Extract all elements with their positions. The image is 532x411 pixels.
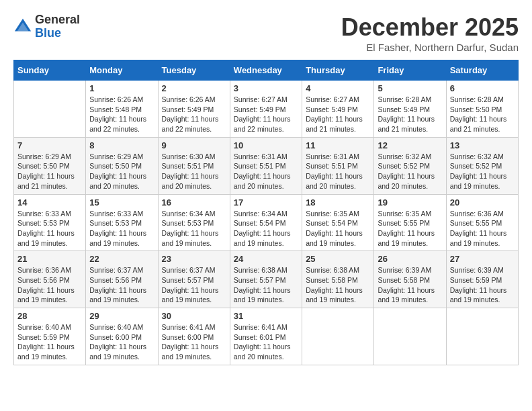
calendar-cell: 28 Sunrise: 6:40 AMSunset: 5:59 PMDaylig… <box>14 308 86 365</box>
calendar-table: SundayMondayTuesdayWednesdayThursdayFrid… <box>13 60 519 365</box>
cell-info: Sunrise: 6:41 AMSunset: 6:00 PMDaylight:… <box>162 323 219 361</box>
cell-info: Sunrise: 6:41 AMSunset: 6:01 PMDaylight:… <box>234 323 291 361</box>
day-number: 17 <box>234 197 298 208</box>
calendar-cell: 22 Sunrise: 6:37 AMSunset: 5:56 PMDaylig… <box>86 251 158 308</box>
day-number: 4 <box>306 83 370 93</box>
calendar-cell: 9 Sunrise: 6:30 AMSunset: 5:51 PMDayligh… <box>158 137 230 194</box>
calendar-cell <box>14 81 86 138</box>
cell-info: Sunrise: 6:35 AMSunset: 5:55 PMDaylight:… <box>378 210 435 247</box>
calendar-week-row: 1 Sunrise: 6:26 AMSunset: 5:48 PMDayligh… <box>14 81 519 138</box>
calendar-cell: 23 Sunrise: 6:37 AMSunset: 5:57 PMDaylig… <box>158 251 230 308</box>
day-number: 1 <box>89 83 154 93</box>
day-header-saturday: Saturday <box>446 60 518 81</box>
cell-info: Sunrise: 6:36 AMSunset: 5:55 PMDaylight:… <box>450 210 507 247</box>
page-header: General Blue December 2025 El Fasher, No… <box>13 13 519 53</box>
calendar-week-row: 14 Sunrise: 6:33 AMSunset: 5:53 PMDaylig… <box>14 194 519 251</box>
calendar-cell <box>374 308 446 365</box>
day-number: 31 <box>234 311 298 321</box>
day-number: 12 <box>378 140 442 150</box>
calendar-header-row: SundayMondayTuesdayWednesdayThursdayFrid… <box>14 60 519 81</box>
cell-info: Sunrise: 6:31 AMSunset: 5:51 PMDaylight:… <box>234 152 291 190</box>
cell-info: Sunrise: 6:37 AMSunset: 5:57 PMDaylight:… <box>162 266 219 304</box>
calendar-cell: 27 Sunrise: 6:39 AMSunset: 5:59 PMDaylig… <box>446 251 518 308</box>
cell-info: Sunrise: 6:34 AMSunset: 5:53 PMDaylight:… <box>162 210 219 247</box>
day-number: 29 <box>89 311 154 321</box>
day-number: 22 <box>89 254 154 264</box>
calendar-cell: 11 Sunrise: 6:31 AMSunset: 5:51 PMDaylig… <box>302 137 374 194</box>
day-number: 20 <box>450 197 515 208</box>
cell-info: Sunrise: 6:36 AMSunset: 5:56 PMDaylight:… <box>17 266 75 304</box>
cell-info: Sunrise: 6:37 AMSunset: 5:56 PMDaylight:… <box>89 266 146 304</box>
day-header-monday: Monday <box>86 60 158 81</box>
day-number: 27 <box>450 254 515 264</box>
day-number: 15 <box>89 197 154 208</box>
logo-text: General Blue <box>35 13 80 40</box>
calendar-cell: 21 Sunrise: 6:36 AMSunset: 5:56 PMDaylig… <box>14 251 86 308</box>
calendar-cell: 17 Sunrise: 6:34 AMSunset: 5:54 PMDaylig… <box>230 194 302 251</box>
cell-info: Sunrise: 6:34 AMSunset: 5:54 PMDaylight:… <box>234 210 291 247</box>
cell-info: Sunrise: 6:32 AMSunset: 5:52 PMDaylight:… <box>378 152 435 190</box>
cell-info: Sunrise: 6:27 AMSunset: 5:49 PMDaylight:… <box>234 95 291 133</box>
day-number: 25 <box>306 254 370 264</box>
cell-info: Sunrise: 6:27 AMSunset: 5:49 PMDaylight:… <box>306 95 363 133</box>
day-number: 16 <box>162 197 226 208</box>
title-block: December 2025 El Fasher, Northern Darfur… <box>341 13 519 53</box>
location: El Fasher, Northern Darfur, Sudan <box>341 42 519 53</box>
calendar-cell: 29 Sunrise: 6:40 AMSunset: 6:00 PMDaylig… <box>86 308 158 365</box>
day-number: 11 <box>306 140 370 150</box>
calendar-cell <box>446 308 518 365</box>
logo-general: General <box>35 13 80 26</box>
day-number: 18 <box>306 197 370 208</box>
calendar-cell: 3 Sunrise: 6:27 AMSunset: 5:49 PMDayligh… <box>230 81 302 138</box>
day-number: 8 <box>89 140 154 150</box>
day-number: 14 <box>17 197 82 208</box>
day-header-thursday: Thursday <box>302 60 374 81</box>
calendar-cell: 1 Sunrise: 6:26 AMSunset: 5:48 PMDayligh… <box>86 81 158 138</box>
logo-blue: Blue <box>35 26 61 40</box>
cell-info: Sunrise: 6:28 AMSunset: 5:50 PMDaylight:… <box>450 95 507 133</box>
month-title: December 2025 <box>341 13 519 42</box>
calendar-week-row: 7 Sunrise: 6:29 AMSunset: 5:50 PMDayligh… <box>14 137 519 194</box>
logo: General Blue <box>13 13 80 40</box>
calendar-cell: 24 Sunrise: 6:38 AMSunset: 5:57 PMDaylig… <box>230 251 302 308</box>
day-header-friday: Friday <box>374 60 446 81</box>
calendar-week-row: 28 Sunrise: 6:40 AMSunset: 5:59 PMDaylig… <box>14 308 519 365</box>
calendar-cell: 6 Sunrise: 6:28 AMSunset: 5:50 PMDayligh… <box>446 81 518 138</box>
day-header-wednesday: Wednesday <box>230 60 302 81</box>
cell-info: Sunrise: 6:40 AMSunset: 5:59 PMDaylight:… <box>17 323 75 361</box>
cell-info: Sunrise: 6:31 AMSunset: 5:51 PMDaylight:… <box>306 152 363 190</box>
cell-info: Sunrise: 6:40 AMSunset: 6:00 PMDaylight:… <box>89 323 146 361</box>
calendar-cell: 30 Sunrise: 6:41 AMSunset: 6:00 PMDaylig… <box>158 308 230 365</box>
day-number: 6 <box>450 83 515 93</box>
cell-info: Sunrise: 6:26 AMSunset: 5:48 PMDaylight:… <box>89 95 146 133</box>
calendar-cell: 5 Sunrise: 6:28 AMSunset: 5:49 PMDayligh… <box>374 81 446 138</box>
calendar-cell: 12 Sunrise: 6:32 AMSunset: 5:52 PMDaylig… <box>374 137 446 194</box>
day-number: 24 <box>234 254 298 264</box>
calendar-cell: 15 Sunrise: 6:33 AMSunset: 5:53 PMDaylig… <box>86 194 158 251</box>
day-header-sunday: Sunday <box>14 60 86 81</box>
cell-info: Sunrise: 6:29 AMSunset: 5:50 PMDaylight:… <box>17 152 75 190</box>
day-number: 26 <box>378 254 442 264</box>
cell-info: Sunrise: 6:33 AMSunset: 5:53 PMDaylight:… <box>17 210 75 247</box>
day-number: 30 <box>162 311 226 321</box>
cell-info: Sunrise: 6:30 AMSunset: 5:51 PMDaylight:… <box>162 152 219 190</box>
cell-info: Sunrise: 6:39 AMSunset: 5:58 PMDaylight:… <box>378 266 435 304</box>
calendar-cell: 10 Sunrise: 6:31 AMSunset: 5:51 PMDaylig… <box>230 137 302 194</box>
calendar-cell: 14 Sunrise: 6:33 AMSunset: 5:53 PMDaylig… <box>14 194 86 251</box>
day-number: 7 <box>17 140 82 150</box>
calendar-cell: 8 Sunrise: 6:29 AMSunset: 5:50 PMDayligh… <box>86 137 158 194</box>
calendar-cell: 25 Sunrise: 6:38 AMSunset: 5:58 PMDaylig… <box>302 251 374 308</box>
day-number: 23 <box>162 254 226 264</box>
calendar-cell: 7 Sunrise: 6:29 AMSunset: 5:50 PMDayligh… <box>14 137 86 194</box>
cell-info: Sunrise: 6:39 AMSunset: 5:59 PMDaylight:… <box>450 266 507 304</box>
cell-info: Sunrise: 6:33 AMSunset: 5:53 PMDaylight:… <box>89 210 146 247</box>
calendar-cell: 18 Sunrise: 6:35 AMSunset: 5:54 PMDaylig… <box>302 194 374 251</box>
calendar-cell: 13 Sunrise: 6:32 AMSunset: 5:52 PMDaylig… <box>446 137 518 194</box>
calendar-cell <box>302 308 374 365</box>
cell-info: Sunrise: 6:38 AMSunset: 5:57 PMDaylight:… <box>234 266 291 304</box>
calendar-cell: 16 Sunrise: 6:34 AMSunset: 5:53 PMDaylig… <box>158 194 230 251</box>
calendar-cell: 4 Sunrise: 6:27 AMSunset: 5:49 PMDayligh… <box>302 81 374 138</box>
calendar-cell: 2 Sunrise: 6:26 AMSunset: 5:49 PMDayligh… <box>158 81 230 138</box>
day-number: 13 <box>450 140 515 150</box>
day-number: 5 <box>378 83 442 93</box>
